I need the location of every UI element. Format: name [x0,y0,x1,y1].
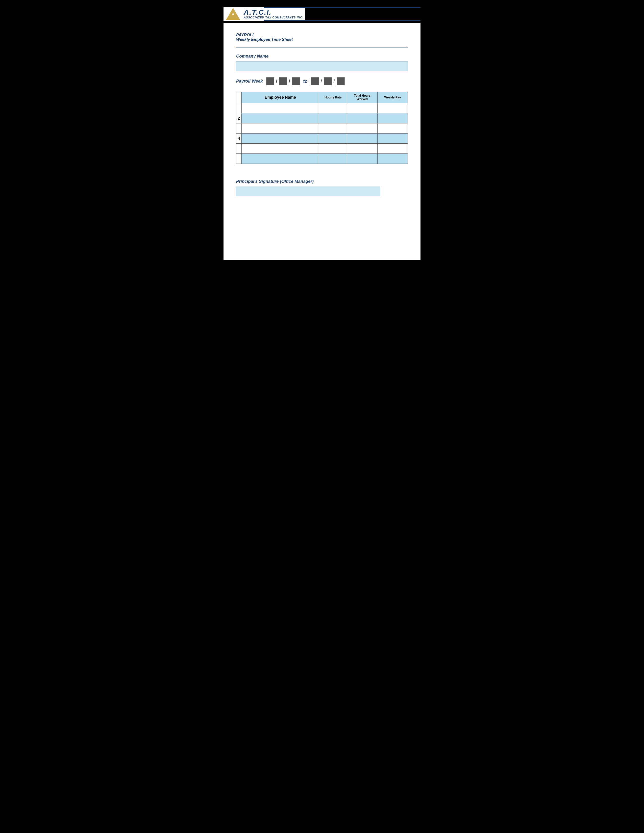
total-hours-cell [347,103,377,113]
employee-name-cell [242,113,319,124]
table-row [237,144,408,154]
employee-name-cell [242,103,319,113]
doc-title: PAYROLL Weekly Employee Time Sheet [236,33,408,42]
employee-name-cell [242,154,319,164]
total-hours-cell [347,124,377,133]
date-sep-1: / [276,79,277,84]
weekly-pay-cell [377,103,407,113]
content-area: PAYROLL Weekly Employee Time Sheet Compa… [224,23,420,204]
hourly-rate-input[interactable] [319,154,347,164]
header-line-bottom [264,20,420,21]
payroll-week-end-day[interactable] [324,77,332,85]
employee-name-input[interactable] [242,124,319,133]
table-header-hourly-rate: Hourly Rate [319,92,347,103]
date-sep-2: / [289,79,290,84]
logo-triangle-icon [226,8,240,20]
employee-name-input[interactable] [242,144,319,153]
hourly-rate-cell [319,103,347,113]
divider [236,47,408,47]
row-number: 4 [237,133,242,144]
employee-name-input[interactable] [242,113,319,123]
weekly-pay-input[interactable] [378,133,407,143]
hourly-rate-cell [319,133,347,144]
row-number [237,144,242,154]
date-sep-4: / [333,79,335,84]
row-number: 2 [237,113,242,124]
table-header-weekly-pay: Weekly Pay [377,92,407,103]
hourly-rate-input[interactable] [319,103,347,113]
employee-name-cell [242,133,319,144]
signature-input[interactable] [236,187,380,196]
table-header-total-hours: Total Hours Worked [347,92,377,103]
row-number [237,154,242,164]
table-row [237,124,408,133]
brand-atci-text: A.T.C.I. [244,9,302,16]
to-text: to [303,79,308,84]
weekly-pay-cell [377,154,407,164]
hourly-rate-input[interactable] [319,133,347,143]
logo-area: A.T.C.I. ASSOCIATED TAX CONSULTANTS INC [224,7,305,21]
company-name-label: Company Name [236,54,408,59]
payroll-week-start-year[interactable] [292,77,300,85]
hourly-rate-input[interactable] [319,124,347,133]
weekly-pay-input[interactable] [378,154,407,164]
total-hours-input[interactable] [347,113,377,123]
table-row: 2 [237,113,408,124]
hourly-rate-cell [319,113,347,124]
weekly-pay-cell [377,144,407,154]
hourly-rate-cell [319,154,347,164]
total-hours-input[interactable] [347,144,377,153]
page: A.T.C.I. ASSOCIATED TAX CONSULTANTS INC … [224,5,420,260]
weekly-pay-cell [377,124,407,133]
weekly-pay-input[interactable] [378,113,407,123]
payroll-week-end-year[interactable] [336,77,345,85]
row-number [237,124,242,133]
doc-title-payroll: PAYROLL [236,33,408,37]
total-hours-input[interactable] [347,103,377,113]
total-hours-cell [347,113,377,124]
table-header-num [237,92,242,103]
table-row [237,103,408,113]
signature-section: Principal's Signature (Office Manager) [236,179,408,196]
payroll-week-end-month[interactable] [311,77,319,85]
table-header-employee-name: Employee Name [242,92,319,103]
weekly-pay-input[interactable] [378,124,407,133]
brand-subtitle-text: ASSOCIATED TAX CONSULTANTS INC [244,16,302,19]
table-header-row: Employee Name Hourly Rate Total Hours Wo… [237,92,408,103]
signature-label: Principal's Signature (Office Manager) [236,179,408,184]
employee-name-input[interactable] [242,133,319,143]
hourly-rate-cell [319,124,347,133]
timesheet-table: Employee Name Hourly Rate Total Hours Wo… [236,92,408,164]
payroll-week-label: Payroll Week [236,79,263,84]
company-name-input[interactable] [236,61,408,71]
header: A.T.C.I. ASSOCIATED TAX CONSULTANTS INC [224,5,420,23]
hourly-rate-input[interactable] [319,113,347,123]
weekly-pay-input[interactable] [378,144,407,153]
doc-title-subtitle: Weekly Employee Time Sheet [236,37,408,42]
row-number [237,103,242,113]
employee-name-input[interactable] [242,154,319,164]
total-hours-cell [347,144,377,154]
total-hours-cell [347,133,377,144]
total-hours-input[interactable] [347,154,377,164]
weekly-pay-cell [377,113,407,124]
header-line-top [264,7,420,8]
weekly-pay-input[interactable] [378,103,407,113]
total-hours-cell [347,154,377,164]
brand-block: A.T.C.I. ASSOCIATED TAX CONSULTANTS INC [244,9,302,19]
total-hours-input[interactable] [347,133,377,143]
date-sep-3: / [321,79,322,84]
payroll-week-start-day[interactable] [279,77,287,85]
weekly-pay-cell [377,133,407,144]
employee-name-cell [242,144,319,154]
payroll-week-row: Payroll Week / / to / / [236,77,408,85]
table-row: 4 [237,133,408,144]
total-hours-input[interactable] [347,124,377,133]
hourly-rate-cell [319,144,347,154]
hourly-rate-input[interactable] [319,144,347,153]
table-row [237,154,408,164]
employee-name-cell [242,124,319,133]
payroll-week-start-month[interactable] [266,77,274,85]
employee-name-input[interactable] [242,103,319,113]
